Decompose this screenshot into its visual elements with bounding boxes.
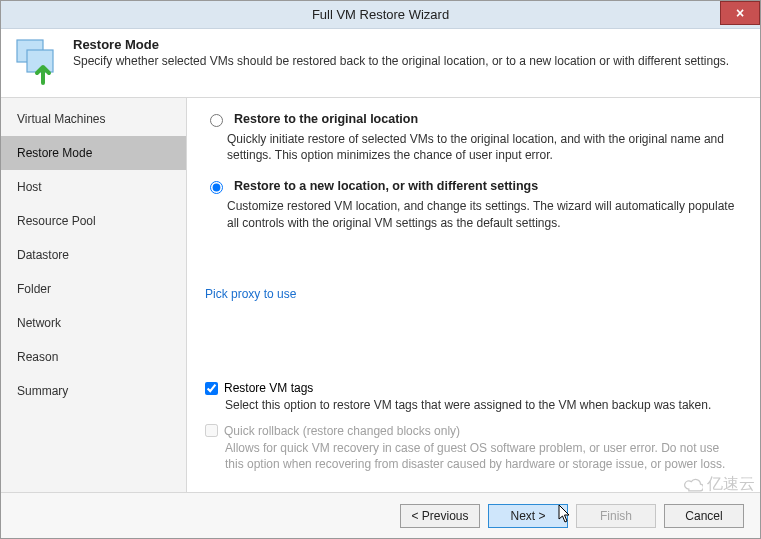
wizard-footer: < Previous Next > Finish Cancel — [1, 492, 760, 538]
radio-original-location[interactable] — [210, 114, 223, 127]
sidebar-item-restore-mode[interactable]: Restore Mode — [1, 136, 186, 170]
sidebar-item-folder[interactable]: Folder — [1, 272, 186, 306]
wizard-body: Virtual Machines Restore Mode Host Resou… — [1, 97, 760, 492]
sidebar-item-datastore[interactable]: Datastore — [1, 238, 186, 272]
restore-tags-description: Select this option to restore VM tags th… — [225, 397, 740, 413]
close-button[interactable]: × — [720, 1, 760, 25]
option-new-location[interactable]: Restore to a new location, or with diffe… — [205, 179, 740, 194]
restore-vm-icon — [13, 37, 61, 85]
option-original-description: Quickly initiate restore of selected VMs… — [227, 131, 740, 163]
sidebar-item-label: Summary — [17, 384, 68, 398]
next-button[interactable]: Next > — [488, 504, 568, 528]
restore-tags-checkbox[interactable] — [205, 382, 218, 395]
sidebar-item-label: Network — [17, 316, 61, 330]
sidebar-item-summary[interactable]: Summary — [1, 374, 186, 408]
sidebar-item-reason[interactable]: Reason — [1, 340, 186, 374]
radio-new-location[interactable] — [210, 181, 223, 194]
wizard-steps-sidebar: Virtual Machines Restore Mode Host Resou… — [1, 98, 187, 492]
lower-options: Restore VM tags Select this option to re… — [205, 381, 740, 482]
header-description: Specify whether selected VMs should be r… — [73, 54, 748, 68]
wizard-header: Restore Mode Specify whether selected VM… — [1, 29, 760, 97]
sidebar-item-virtual-machines[interactable]: Virtual Machines — [1, 102, 186, 136]
quick-rollback-description: Allows for quick VM recovery in case of … — [225, 440, 740, 472]
quick-rollback-label: Quick rollback (restore changed blocks o… — [224, 424, 460, 438]
cancel-button[interactable]: Cancel — [664, 504, 744, 528]
radio-label: Restore to the original location — [234, 112, 418, 126]
title-bar: Full VM Restore Wizard × — [1, 1, 760, 29]
previous-button[interactable]: < Previous — [400, 504, 480, 528]
window-title: Full VM Restore Wizard — [312, 7, 449, 22]
sidebar-item-resource-pool[interactable]: Resource Pool — [1, 204, 186, 238]
close-icon: × — [736, 5, 744, 21]
restore-tags-label: Restore VM tags — [224, 381, 313, 395]
sidebar-item-label: Restore Mode — [17, 146, 92, 160]
sidebar-item-label: Resource Pool — [17, 214, 96, 228]
sidebar-item-label: Folder — [17, 282, 51, 296]
sidebar-item-label: Datastore — [17, 248, 69, 262]
header-text: Restore Mode Specify whether selected VM… — [73, 37, 748, 68]
sidebar-item-label: Host — [17, 180, 42, 194]
main-panel: Restore to the original location Quickly… — [187, 98, 760, 492]
header-title: Restore Mode — [73, 37, 748, 52]
option-new-description: Customize restored VM location, and chan… — [227, 198, 740, 230]
radio-label: Restore to a new location, or with diffe… — [234, 179, 538, 193]
finish-button: Finish — [576, 504, 656, 528]
option-original-location[interactable]: Restore to the original location — [205, 112, 740, 127]
sidebar-item-label: Virtual Machines — [17, 112, 106, 126]
quick-rollback-checkbox — [205, 424, 218, 437]
sidebar-item-network[interactable]: Network — [1, 306, 186, 340]
sidebar-item-label: Reason — [17, 350, 58, 364]
restore-tags-row[interactable]: Restore VM tags — [205, 381, 740, 395]
sidebar-item-host[interactable]: Host — [1, 170, 186, 204]
pick-proxy-link[interactable]: Pick proxy to use — [205, 287, 296, 301]
quick-rollback-row: Quick rollback (restore changed blocks o… — [205, 424, 740, 438]
